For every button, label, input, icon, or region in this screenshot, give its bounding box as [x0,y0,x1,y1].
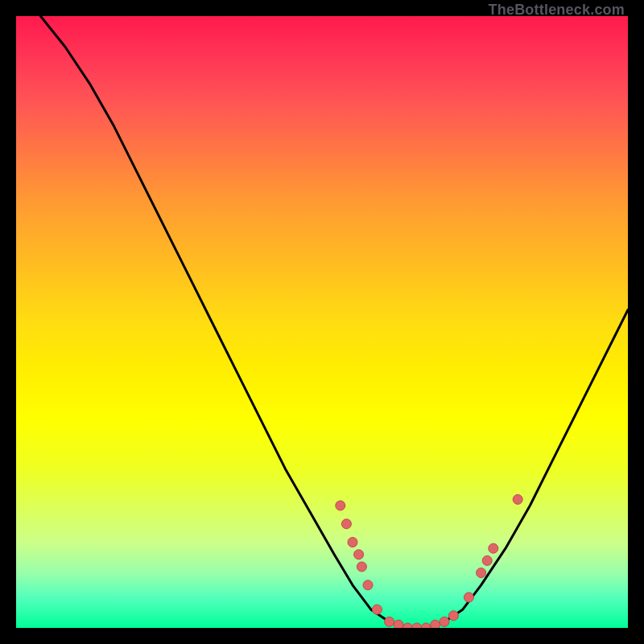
bottleneck-curve [40,16,628,628]
svg-point-14 [448,611,458,621]
data-points [336,494,522,628]
svg-point-12 [431,620,440,628]
svg-point-13 [440,617,449,626]
svg-point-2 [348,538,357,547]
attribution-text: TheBottleneck.com [489,2,625,19]
svg-point-1 [341,519,351,529]
svg-point-8 [394,620,403,628]
svg-point-11 [421,623,431,628]
svg-point-0 [336,501,345,510]
svg-point-15 [464,592,473,602]
svg-point-17 [482,555,492,565]
svg-point-4 [357,562,366,572]
svg-point-16 [477,568,486,578]
svg-point-5 [363,580,373,590]
chart-svg [16,16,628,628]
svg-point-6 [372,605,382,614]
svg-point-7 [385,617,394,626]
svg-point-10 [412,623,422,628]
svg-point-19 [513,494,522,504]
plot-area [16,16,628,628]
svg-point-9 [402,623,412,628]
svg-point-18 [489,543,498,553]
svg-point-3 [354,550,364,559]
